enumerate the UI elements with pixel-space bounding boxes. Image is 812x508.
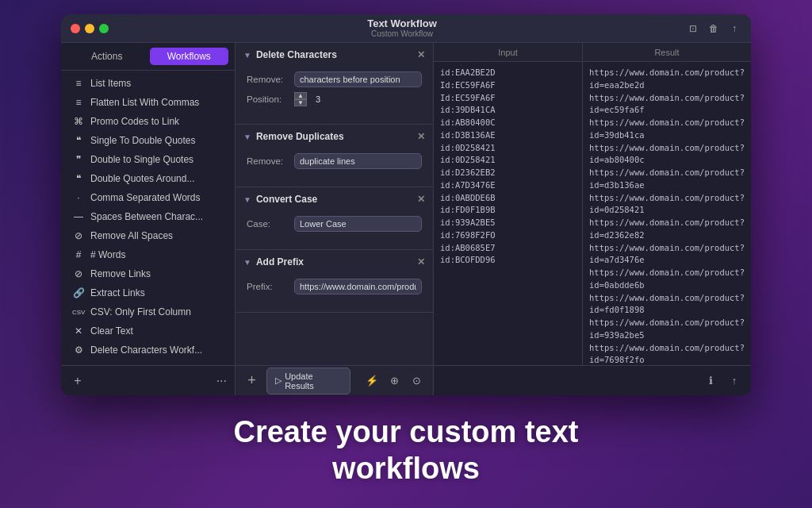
sidebar-item-words[interactable]: # # Words — [64, 245, 232, 264]
result-line: https://www.domain.com/product?id=0abdde… — [589, 267, 745, 292]
sidebar-item-csv[interactable]: CSV CSV: Only First Column — [64, 302, 232, 321]
stepper-value: 3 — [312, 94, 324, 104]
sidebar-item-delete-chars[interactable]: ⚙ Delete Characters Workf... — [64, 341, 232, 360]
result-line: https://www.domain.com/product?id=fd0f18… — [589, 292, 745, 318]
section-close-button[interactable]: ✕ — [417, 49, 425, 60]
remove-dup-label: Remove: — [247, 156, 294, 166]
position-stepper: ▲ ▼ 3 — [294, 92, 324, 106]
delete-chars-icon: ⚙ — [72, 344, 85, 356]
stepper-down-button[interactable]: ▼ — [294, 99, 307, 106]
sidebar-item-spaces[interactable]: — Spaces Between Charac... — [64, 207, 232, 226]
sidebar-footer: + ··· — [61, 365, 235, 395]
export2-icon[interactable]: ⊙ — [408, 372, 425, 390]
result-content[interactable]: https://www.domain.com/product?id=eaa2be… — [583, 62, 751, 365]
sidebar-item-extract-links[interactable]: 🔗 Extract Links — [64, 283, 232, 302]
prefix-field-row: Prefix: — [247, 279, 422, 294]
input-line: id:D3B136AE — [440, 129, 576, 142]
result-line: https://www.domain.com/product?id=d3b136… — [589, 167, 745, 192]
result-line: https://www.domain.com/product?id=ab8040… — [589, 142, 745, 167]
section-close-button[interactable]: ✕ — [417, 131, 425, 142]
sidebar-item-list-items[interactable]: ≡ List Items — [64, 74, 232, 93]
middle-panel: ▼ Delete Characters ✕ Remove: characters… — [236, 43, 434, 395]
bottom-text-heading: Create your custom text workflows — [233, 414, 578, 487]
remove-spaces-icon: ⊘ — [72, 230, 85, 241]
sidebar-item-label: Remove Links — [90, 268, 151, 279]
section-close-button[interactable]: ✕ — [417, 194, 425, 205]
section-convert-case-body: Case: Lower Case Upper Case Title Case S… — [236, 211, 433, 241]
copy-icon[interactable]: ⊕ — [385, 372, 403, 390]
section-toggle-icon[interactable]: ▼ — [243, 133, 251, 141]
input-line: Id:EC59FA6F — [440, 92, 576, 105]
sidebar-item-double-quotes[interactable]: ❝ Double Quotes Around... — [64, 169, 232, 188]
tab-actions[interactable]: Actions — [67, 48, 147, 65]
sidebar-tabs: Actions Workflows — [61, 43, 235, 71]
case-label: Case: — [247, 219, 294, 229]
tab-workflows[interactable]: Workflows — [150, 48, 229, 65]
section-toggle-icon[interactable]: ▼ — [243, 51, 251, 60]
panel-footer: + ▷ Update Results ⚡ ⊕ ⊙ — [236, 365, 433, 395]
section-toggle-icon[interactable]: ▼ — [243, 195, 251, 204]
sidebar-item-label: Single To Double Quotes — [90, 135, 196, 146]
result-line: https://www.domain.com/product?id=939a2b… — [589, 317, 745, 342]
comma-icon: · — [72, 192, 85, 203]
info-icon[interactable]: ℹ — [702, 372, 719, 390]
sidebar-add-button[interactable]: + — [69, 372, 86, 390]
section-close-button[interactable]: ✕ — [417, 256, 425, 267]
sidebar-item-double-single[interactable]: ❞ Double to Single Quotes — [64, 150, 232, 169]
sidebar-item-flatten[interactable]: ≡ Flatten List With Commas — [64, 93, 232, 112]
input-line: id:EAA2BE2D — [440, 67, 576, 79]
delete-icon[interactable]: 🗑 — [707, 21, 721, 36]
sidebar: Actions Workflows ≡ List Items ≡ Flatten… — [61, 43, 236, 395]
maximize-button[interactable] — [99, 24, 109, 33]
sidebar-item-clear-text[interactable]: ✕ Clear Text — [64, 321, 232, 341]
section-add-prefix-header: ▼ Add Prefix ✕ — [236, 250, 433, 274]
right-panel: Input id:EAA2BE2D Id:EC59FA6F Id:EC59FA6… — [434, 43, 751, 395]
section-convert-case-header: ▼ Convert Case ✕ — [236, 187, 433, 211]
bottom-line2: workflows — [332, 452, 480, 485]
share-icon[interactable]: ⊡ — [686, 21, 700, 36]
stepper-up-button[interactable]: ▲ — [294, 92, 307, 99]
minimize-button[interactable] — [85, 24, 94, 33]
quote-icon: ❝ — [72, 135, 85, 146]
export-icon[interactable]: ↑ — [727, 21, 741, 36]
sidebar-item-translate[interactable]: α Translate to Greek — [64, 360, 232, 365]
stepper-buttons: ▲ ▼ — [294, 92, 307, 106]
share-result-icon[interactable]: ↑ — [726, 372, 743, 390]
input-line: id:0D258421 — [440, 142, 576, 155]
sidebar-more-button[interactable]: ··· — [216, 374, 227, 388]
section-add-prefix-body: Prefix: — [236, 274, 433, 304]
spaces-icon: — — [72, 211, 85, 222]
section-convert-case: ▼ Convert Case ✕ Case: Lower Case Upper … — [236, 187, 433, 250]
extract-links-icon: 🔗 — [72, 287, 85, 298]
sidebar-item-label: List Items — [90, 78, 131, 89]
prefix-input[interactable] — [294, 279, 422, 294]
section-title: Remove Duplicates — [256, 131, 344, 142]
sidebar-item-remove-spaces[interactable]: ⊘ Remove All Spaces — [64, 226, 232, 245]
section-add-prefix: ▼ Add Prefix ✕ Prefix: — [236, 250, 433, 313]
sidebar-item-label: Spaces Between Charac... — [90, 211, 203, 222]
panel-add-button[interactable]: + — [243, 372, 260, 390]
sidebar-item-promo[interactable]: ⌘ Promo Codes to Link — [64, 112, 232, 131]
section-remove-duplicates-body: Remove: duplicate lines duplicate words — [236, 148, 433, 179]
words-icon: # — [72, 249, 85, 260]
sidebar-item-comma-words[interactable]: · Comma Separated Words — [64, 188, 232, 207]
result-line: https://www.domain.com/product?id=39db41… — [589, 117, 745, 142]
result-line: https://www.domain.com/product?id=eaa2be… — [589, 67, 745, 92]
remove-select[interactable]: characters before position characters af… — [294, 71, 422, 87]
filter-icon[interactable]: ⚡ — [363, 372, 381, 390]
result-line: https://www.domain.com/product?id=a7d347… — [589, 242, 745, 267]
input-line: id:0ABDDE6B — [440, 192, 576, 205]
remove-dup-select[interactable]: duplicate lines duplicate words — [294, 153, 422, 169]
update-results-button[interactable]: ▷ Update Results — [266, 368, 350, 394]
sidebar-item-single-double[interactable]: ❝ Single To Double Quotes — [64, 131, 232, 150]
input-content[interactable]: id:EAA2BE2D Id:EC59FA6F Id:EC59FA6F id:3… — [434, 62, 582, 365]
close-button[interactable] — [71, 24, 80, 33]
case-select[interactable]: Lower Case Upper Case Title Case Sentenc… — [294, 216, 422, 232]
input-line: id:D2362EB2 — [440, 167, 576, 179]
section-title: Delete Characters — [256, 49, 337, 60]
io-footer: ℹ ↑ — [434, 365, 751, 395]
section-toggle-icon[interactable]: ▼ — [243, 258, 251, 267]
input-line: id:AB80400C — [440, 117, 576, 129]
case-field-row: Case: Lower Case Upper Case Title Case S… — [247, 216, 422, 232]
sidebar-item-remove-links[interactable]: ⊘ Remove Links — [64, 264, 232, 283]
